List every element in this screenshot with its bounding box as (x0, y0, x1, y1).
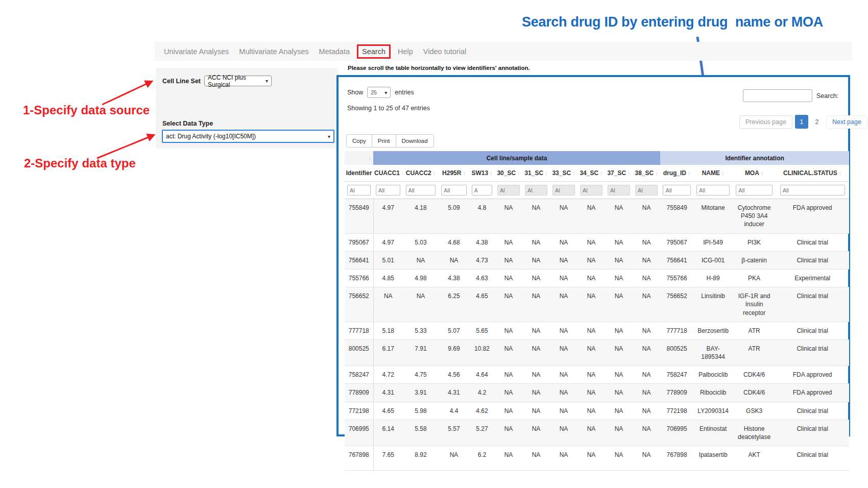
cell-drug-id: 778909 (660, 384, 693, 402)
cell-h295r: 4.38 (439, 269, 469, 287)
cell-30-sc: NA (495, 402, 522, 420)
page-length-select[interactable]: 25 ▾ (367, 87, 391, 98)
cell-37-sc: NA (605, 384, 633, 402)
cell-h295r: 5.57 (439, 420, 469, 446)
cell-identifier: 777718 (345, 322, 373, 339)
next-page-button[interactable]: Next page (826, 115, 867, 129)
cell-38-sc: NA (633, 366, 660, 384)
column-header-moa[interactable]: MOA↕ (733, 165, 776, 182)
column-header-34-sc[interactable]: 34_SC↕ (577, 165, 605, 182)
filter-cell (605, 182, 633, 199)
page-button-2[interactable]: 2 (810, 115, 824, 129)
cell-cuacc1: 6.17 (373, 339, 403, 365)
cell-38-sc: NA (633, 446, 660, 471)
nav-item-help[interactable]: Help (393, 44, 418, 59)
table-row: 7789094.313.914.314.2NANANANANANA778909R… (345, 384, 849, 402)
cell-33-sc: NA (550, 420, 577, 446)
cell-34-sc: NA (577, 251, 605, 269)
filter-input-clinical-status[interactable] (780, 185, 845, 196)
nav-item-multivariate-analyses[interactable]: Multivariate Analyses (234, 44, 314, 59)
cell-37-sc: NA (605, 233, 633, 251)
filter-cell (373, 182, 403, 199)
cell-37-sc: NA (605, 366, 633, 384)
cell-34-sc: NA (577, 366, 605, 384)
column-header-h295r[interactable]: H295R↕ (439, 165, 469, 182)
table-row: 8005256.177.919.6910.82NANANANANANA80052… (345, 339, 849, 365)
cell-moa: CDK4/6 (733, 384, 776, 402)
cell-moa: Cytochrome P450 3A4 inducer (733, 199, 776, 234)
cell-cuacc1: 4.97 (373, 233, 403, 251)
column-header-cuacc1[interactable]: CUACC1↕ (373, 165, 403, 182)
nav-item-univariate-analyses[interactable]: Univariate Analyses (159, 44, 234, 59)
search-input[interactable] (743, 89, 812, 102)
column-header-cuacc2[interactable]: CUACC2↕ (403, 165, 439, 182)
cell-drug-id: 800525 (660, 339, 693, 365)
nav-item-metadata[interactable]: Metadata (314, 44, 355, 59)
cell-cuacc2: 5.58 (403, 420, 439, 446)
cell-cuacc1: 4.85 (373, 269, 403, 287)
table-row: 7069956.145.585.575.27NANANANANANA706995… (345, 420, 849, 446)
cell-h295r: 4.4 (439, 402, 469, 420)
filter-input-h295r[interactable] (441, 185, 467, 196)
cell-cuacc2: 5.98 (403, 402, 439, 420)
copy-button[interactable]: Copy (346, 134, 372, 148)
cell-h295r: 4.56 (439, 366, 469, 384)
page-number-buttons: 12 (795, 115, 824, 129)
cell-30-sc: NA (495, 322, 522, 339)
sort-icon: ↕ (463, 170, 466, 176)
filter-input-identifier[interactable] (347, 185, 371, 196)
download-button[interactable]: Download (396, 134, 434, 148)
cell-34-sc: NA (577, 199, 605, 234)
print-button[interactable]: Print (372, 134, 396, 148)
filter-input-cuacc2[interactable] (406, 185, 436, 196)
page-button-1[interactable]: 1 (795, 115, 808, 129)
filter-input-drug-id[interactable] (663, 185, 690, 196)
cell-moa: IGF-1R and Insulin receptor (733, 287, 776, 322)
filter-input-30-sc (497, 185, 520, 196)
cell-sw13: 4.2 (469, 384, 495, 402)
filter-input-name[interactable] (696, 185, 730, 196)
cell-drug-id: 706995 (660, 420, 693, 446)
cell-cuacc1: 6.14 (373, 420, 403, 446)
cell-drug-id: 755849 (660, 199, 693, 234)
cell-30-sc: NA (495, 287, 522, 322)
column-header-30-sc[interactable]: 30_SC↕ (495, 165, 522, 182)
cell-33-sc: NA (550, 446, 577, 471)
column-header-38-sc[interactable]: 38_SC↕ (633, 165, 660, 182)
column-header-31-sc[interactable]: 31_SC↕ (522, 165, 550, 182)
cell-clinical-status: Clinical trial (776, 339, 849, 365)
cell-30-sc: NA (495, 269, 522, 287)
column-header-clinical-status[interactable]: CLINICAL.STATUS↕ (776, 165, 849, 182)
cell-line-set-select[interactable]: ACC NCI plus Surgical ▾ (204, 76, 272, 86)
column-header-sw13[interactable]: SW13↕ (469, 165, 495, 182)
cell-cuacc1: 4.97 (373, 199, 403, 234)
cell-30-sc: NA (495, 446, 522, 471)
filter-input-cuacc1[interactable] (376, 185, 400, 196)
cell-cuacc2: 3.91 (403, 384, 439, 402)
column-header-37-sc[interactable]: 37_SC↕ (605, 165, 633, 182)
column-header-name[interactable]: NAME↕ (693, 165, 733, 182)
cell-33-sc: NA (550, 339, 577, 365)
cell-30-sc: NA (495, 384, 522, 402)
previous-page-button[interactable]: Previous page (739, 115, 792, 129)
filter-cell (660, 182, 693, 199)
nav-item-video-tutorial[interactable]: Video tutorial (418, 44, 471, 59)
column-header-drug-id[interactable]: drug_ID↕ (660, 165, 693, 182)
pagination: Previous page 12 Next page (739, 115, 867, 129)
cell-clinical-status: Clinical trial (776, 233, 849, 251)
search-label: Search: (816, 92, 838, 100)
data-type-select[interactable]: act: Drug Activity (-log10[IC50M]) ▾ (162, 130, 334, 143)
cell-38-sc: NA (633, 322, 660, 339)
cell-name: LY2090314 (693, 402, 733, 420)
cell-cuacc1: NA (373, 287, 403, 322)
column-header-33-sc[interactable]: 33_SC↕ (550, 165, 577, 182)
cell-31-sc: NA (522, 384, 550, 402)
cell-33-sc: NA (550, 384, 577, 402)
cell-sw13: 4.73 (469, 251, 495, 269)
filter-input-sw13[interactable] (472, 185, 492, 196)
nav-item-search[interactable]: Search (357, 44, 391, 59)
cell-identifier: 755849 (345, 199, 373, 234)
red-arrow-2 (97, 135, 153, 158)
cell-identifier: 756641 (345, 251, 373, 269)
filter-input-moa[interactable] (736, 185, 773, 196)
